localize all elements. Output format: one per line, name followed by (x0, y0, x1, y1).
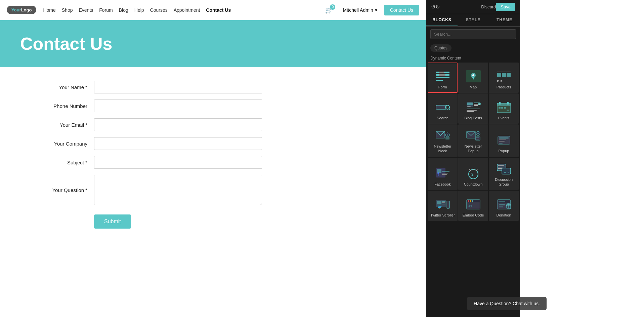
input-email[interactable] (94, 118, 262, 131)
svg-rect-89 (499, 206, 503, 207)
svg-text:3: 3 (471, 172, 474, 177)
input-subject[interactable] (94, 156, 262, 169)
block-item-facebook[interactable]: f Facebook (428, 158, 458, 190)
svg-rect-14 (497, 78, 511, 78)
nav-link-help[interactable]: Help (134, 7, 144, 13)
block-item-products[interactable]: ▶ ▶ Products (489, 63, 519, 93)
submit-button[interactable]: Submit (94, 214, 131, 229)
svg-rect-41 (445, 137, 449, 140)
blocks-area: Quotes Dynamic Content Form Map ▶ ▶ Prod… (426, 42, 520, 317)
svg-text:+: + (446, 133, 448, 137)
nav-link-courses[interactable]: Courses (150, 7, 168, 13)
user-menu[interactable]: Mitchell Admin ▾ (343, 7, 377, 13)
tab-style[interactable]: STYLE (458, 14, 489, 26)
input-phone[interactable] (94, 100, 262, 112)
nav-links: HomeShopEventsForumBlogHelpCoursesAppoin… (43, 7, 315, 13)
svg-rect-34 (499, 107, 501, 109)
svg-rect-27 (467, 111, 474, 112)
svg-point-9 (472, 74, 474, 76)
nav-link-appointment[interactable]: Appointment (174, 7, 200, 13)
form-area: Your Name *Phone NumberYour Email *Your … (0, 67, 426, 317)
input-company[interactable] (94, 137, 262, 150)
input-your-name[interactable] (94, 81, 262, 93)
popup-icon (496, 133, 512, 147)
svg-text:≋: ≋ (478, 103, 480, 105)
block-item-newsletter-block[interactable]: + Newsletter block (428, 124, 458, 157)
block-label-discussion: Discussion Group (491, 177, 516, 187)
block-item-map[interactable]: Map (458, 63, 488, 93)
block-item-events[interactable]: ✏ Events (489, 93, 519, 124)
undo-icon[interactable]: ↺ (431, 4, 435, 10)
svg-text:✏ ≡: ✏ ≡ (504, 171, 509, 174)
label-company: Your Company (20, 141, 87, 147)
block-label-form: Form (438, 85, 447, 89)
svg-rect-25 (467, 109, 480, 109)
svg-rect-50 (499, 140, 506, 140)
svg-rect-3 (436, 80, 443, 81)
block-item-discussion[interactable]: ✏ ≡ Discussion Group (489, 158, 519, 190)
tab-theme[interactable]: THEME (489, 14, 520, 26)
svg-rect-10 (497, 73, 501, 77)
svg-rect-76 (442, 204, 445, 204)
svg-rect-47 (476, 139, 479, 140)
contact-us-button[interactable]: Contact Us (384, 5, 419, 15)
block-label-embed: Embed Code (462, 213, 484, 217)
svg-text:✏: ✏ (507, 109, 509, 112)
block-item-newsletter-popup[interactable]: + Newsletter Popup (458, 124, 488, 157)
block-search-input[interactable] (430, 29, 516, 39)
svg-text:f: f (437, 172, 439, 177)
search-icon (434, 100, 451, 114)
tab-blocks[interactable]: BLOCKS (426, 14, 458, 26)
svg-rect-32 (499, 102, 501, 105)
block-item-twitter[interactable]: 🐦 Twitter Scroller (428, 191, 458, 221)
form-row-subject: Subject * (20, 156, 406, 169)
svg-text:▶ ▶: ▶ ▶ (497, 79, 503, 82)
svg-rect-20 (467, 103, 473, 105)
nav-link-shop[interactable]: Shop (62, 7, 73, 13)
block-item-embed[interactable]: </> Embed Code (458, 191, 488, 221)
discussion-icon: ✏ ≡ (496, 162, 512, 176)
donation-icon (496, 197, 512, 211)
svg-rect-12 (507, 73, 511, 77)
svg-point-80 (468, 200, 469, 202)
svg-rect-57 (442, 173, 448, 173)
cart-icon[interactable]: 🛒 0 (325, 6, 333, 14)
facebook-icon: f (434, 166, 451, 181)
svg-rect-45 (475, 137, 480, 140)
svg-rect-74 (442, 201, 445, 202)
block-item-form[interactable]: Form (428, 63, 458, 93)
right-panel: ↺ ↻ Discard Save BLOCKSSTYLETHEME Quotes… (426, 0, 520, 317)
svg-rect-56 (442, 171, 449, 172)
svg-rect-36 (504, 107, 506, 109)
hero-banner: Contact Us (0, 20, 426, 67)
nav-link-contact-us[interactable]: Contact Us (206, 7, 231, 13)
events-icon: ✏ (496, 100, 512, 114)
save-button[interactable]: Save (496, 3, 515, 11)
block-item-countdown[interactable]: 3 Countdown (458, 158, 488, 190)
input-question[interactable] (94, 175, 262, 205)
block-item-search[interactable]: Search (428, 93, 458, 124)
redo-icon[interactable]: ↻ (435, 4, 440, 10)
nav-link-events[interactable]: Events (79, 7, 93, 13)
svg-rect-52 (499, 143, 503, 144)
svg-point-81 (470, 200, 471, 202)
nav-link-home[interactable]: Home (43, 7, 55, 13)
quotes-chip[interactable]: Quotes (430, 44, 452, 52)
nav-link-blog[interactable]: Blog (119, 7, 128, 13)
svg-rect-11 (502, 73, 506, 77)
countdown-icon: 3 (465, 166, 482, 181)
svg-rect-86 (499, 201, 505, 202)
block-label-donation: Donation (496, 213, 511, 217)
navbar: YourLogo HomeShopEventsForumBlogHelpCour… (0, 0, 426, 20)
block-item-blog[interactable]: ≋ Blog Posts (458, 93, 488, 124)
map-icon (465, 69, 482, 83)
svg-line-63 (469, 169, 471, 171)
discard-button[interactable]: Discard (481, 4, 496, 9)
svg-rect-72 (437, 201, 441, 204)
block-item-popup[interactable]: Popup (489, 124, 519, 157)
nav-link-forum[interactable]: Forum (99, 7, 113, 13)
form-icon (434, 69, 451, 83)
main-area: YourLogo HomeShopEventsForumBlogHelpCour… (0, 0, 426, 317)
logo[interactable]: YourLogo (7, 6, 36, 14)
block-item-donation[interactable]: Donation (489, 191, 519, 221)
